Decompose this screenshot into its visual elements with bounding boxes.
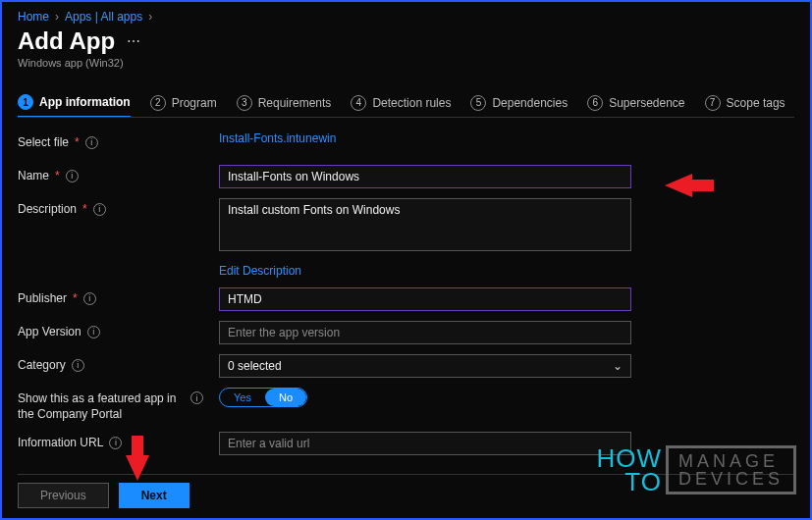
name-label: Name [18, 169, 49, 182]
toggle-yes[interactable]: Yes [220, 389, 265, 406]
tab-label: Detection rules [372, 96, 451, 110]
step-number-icon: 7 [705, 95, 721, 111]
step-number-icon: 3 [237, 95, 252, 111]
tab-scope-tags[interactable]: 7 Scope tags [705, 89, 785, 117]
info-icon[interactable]: i [109, 437, 122, 449]
tab-label: Supersedence [609, 96, 684, 110]
info-icon[interactable]: i [83, 292, 96, 305]
step-number-icon: 1 [18, 94, 33, 110]
featured-app-label: Show this as a featured app in the Compa… [18, 391, 185, 422]
publisher-input[interactable] [219, 287, 631, 311]
toggle-no[interactable]: No [265, 389, 306, 406]
step-number-icon: 5 [470, 95, 486, 111]
previous-button: Previous [18, 483, 109, 508]
category-selected-value: 0 selected [228, 359, 282, 373]
info-icon[interactable]: i [66, 170, 79, 182]
selected-file-link[interactable]: Install-Fonts.intunewin [219, 131, 336, 145]
tab-app-information[interactable]: 1 App information [18, 88, 131, 118]
info-icon[interactable]: i [85, 136, 98, 149]
publisher-label: Publisher [18, 291, 67, 305]
tab-dependencies[interactable]: 5 Dependencies [470, 89, 568, 117]
info-icon[interactable]: i [87, 326, 100, 338]
annotation-arrow-icon [665, 174, 692, 197]
tab-supersedence[interactable]: 6 Supersedence [587, 89, 684, 117]
step-number-icon: 6 [587, 95, 603, 111]
chevron-right-icon: › [148, 10, 152, 24]
tab-label: App information [39, 95, 131, 109]
tab-label: Dependencies [492, 96, 568, 110]
breadcrumb: Home › Apps | All apps › [18, 6, 794, 24]
information-url-label: Information URL [18, 436, 103, 449]
required-marker: * [75, 135, 80, 149]
app-version-input[interactable] [219, 321, 631, 344]
required-marker: * [55, 169, 60, 182]
breadcrumb-home[interactable]: Home [18, 10, 49, 24]
chevron-down-icon: ⌄ [613, 359, 623, 373]
name-input[interactable] [219, 165, 631, 188]
annotation-arrow-icon [126, 455, 149, 481]
tab-requirements[interactable]: 3 Requirements [237, 89, 332, 117]
required-marker: * [73, 291, 78, 305]
info-icon[interactable]: i [190, 391, 203, 404]
next-button[interactable]: Next [119, 483, 189, 508]
required-marker: * [82, 202, 87, 216]
chevron-right-icon: › [55, 10, 59, 24]
breadcrumb-apps[interactable]: Apps | All apps [65, 10, 142, 24]
info-icon[interactable]: i [93, 203, 106, 216]
description-label: Description [18, 202, 77, 216]
category-label: Category [18, 358, 66, 372]
more-actions-icon[interactable]: ⋯ [127, 33, 140, 49]
tab-label: Scope tags [727, 96, 785, 110]
page-subtitle: Windows app (Win32) [18, 57, 794, 69]
tab-program[interactable]: 2 Program [150, 89, 217, 117]
edit-description-link[interactable]: Edit Description [219, 264, 301, 278]
step-number-icon: 4 [351, 95, 366, 111]
info-icon[interactable]: i [72, 359, 84, 372]
category-select[interactable]: 0 selected ⌄ [219, 354, 631, 378]
app-version-label: App Version [18, 325, 81, 338]
information-url-input[interactable] [219, 432, 631, 455]
step-number-icon: 2 [150, 95, 166, 111]
tab-label: Program [172, 96, 217, 110]
featured-app-toggle[interactable]: Yes No [219, 388, 307, 407]
wizard-tabs: 1 App information 2 Program 3 Requiremen… [18, 88, 794, 118]
tab-label: Requirements [258, 96, 332, 110]
select-file-label: Select file [18, 135, 69, 149]
page-title: Add App [18, 27, 115, 55]
description-input[interactable] [219, 198, 631, 251]
tab-detection-rules[interactable]: 4 Detection rules [351, 89, 451, 117]
